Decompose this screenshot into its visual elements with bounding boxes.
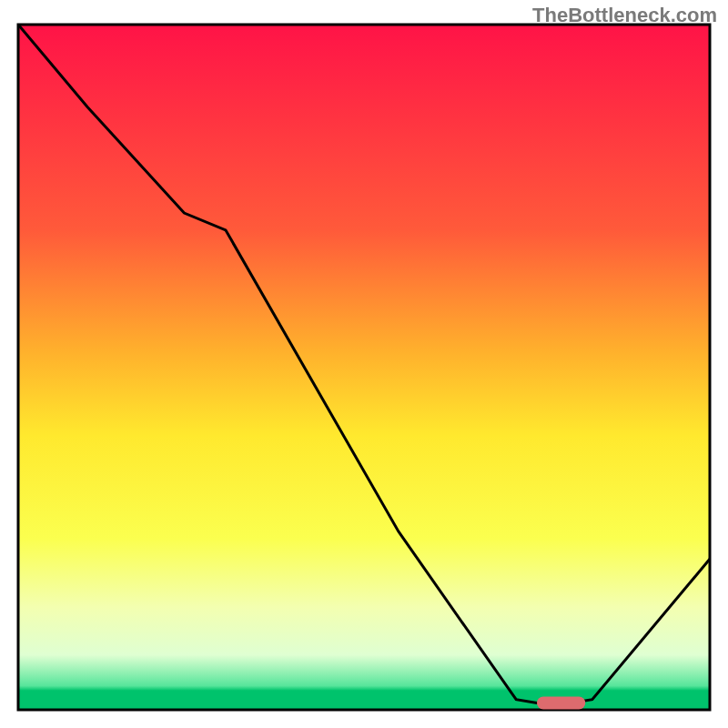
watermark-text: TheBottleneck.com	[532, 4, 717, 27]
optimal-marker	[537, 697, 585, 710]
bottleneck-chart	[0, 0, 728, 728]
chart-background	[18, 25, 710, 710]
